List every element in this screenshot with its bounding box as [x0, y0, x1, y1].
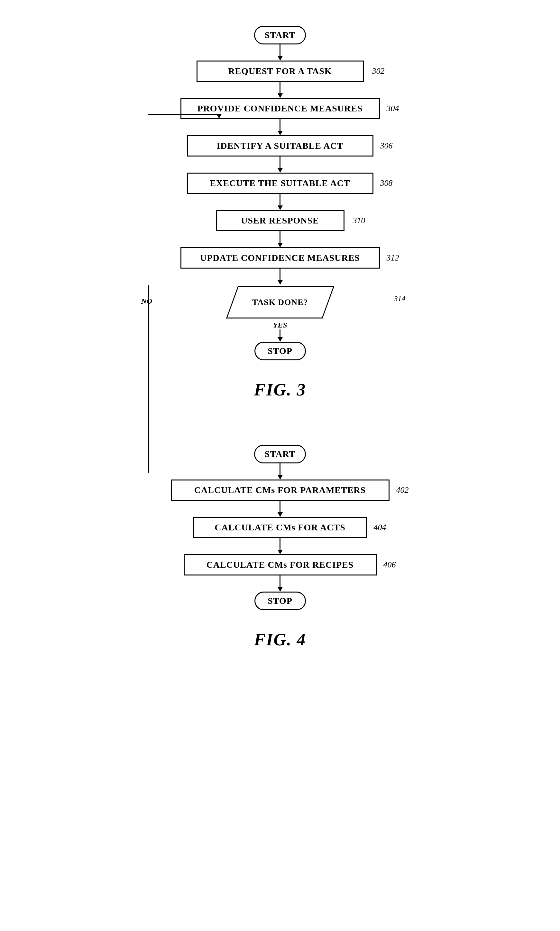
fig3-no-label: NO [141, 297, 152, 306]
fig4-stop-node: STOP [254, 591, 306, 610]
fig3-provide-node: PROVIDE CONFIDENCE MEASURES [180, 98, 380, 119]
page-container: START REQUEST FOR A TASK 302 PROVIDE CON… [0, 0, 560, 650]
fig3-userresponse-row: USER RESPONSE 310 [135, 210, 425, 231]
fig3-request-node: REQUEST FOR A TASK [197, 60, 364, 82]
fig4-label-402: 402 [396, 485, 409, 495]
arrow-3 [278, 119, 283, 135]
fig4-params-node: CALCULATE CMs FOR PARAMETERS [171, 480, 389, 501]
fig4-arrow-3 [278, 538, 283, 554]
fig4-start-node: START [254, 445, 306, 463]
fig3-diamond-shape: TASK DONE? [226, 286, 334, 318]
fig3-userresponse-node: USER RESPONSE [216, 210, 345, 231]
fig3-label-312: 312 [387, 253, 399, 263]
fig4-label-406: 406 [383, 560, 396, 570]
fig3-start-node: START [254, 26, 306, 45]
fig3-identify-node: IDENTIFY A SUITABLE ACT [187, 135, 374, 156]
arrow-7 [278, 269, 283, 285]
fig4-start-row: START [0, 445, 560, 463]
fig3-taskdone-section: NO TASK DONE? 314 YES [135, 285, 425, 360]
arrow-4 [278, 156, 283, 173]
fig4-recipes-node: CALCULATE CMs FOR RECIPES [184, 554, 377, 576]
fig4-arrow-2 [278, 501, 283, 517]
fig4-params-row: CALCULATE CMs FOR PARAMETERS 402 [0, 480, 560, 501]
fig4-recipes-row: CALCULATE CMs FOR RECIPES 406 [0, 554, 560, 576]
loop-top-horizontal [148, 114, 219, 115]
fig3-yes-label: YES [273, 321, 287, 329]
fig3-update-node: UPDATE CONFIDENCE MEASURES [180, 247, 380, 269]
arrow-6 [278, 231, 283, 247]
fig4-diagram: START CALCULATE CMs FOR PARAMETERS 402 C… [0, 425, 560, 650]
fig3-update-row: UPDATE CONFIDENCE MEASURES 312 [135, 247, 425, 269]
fig3-start-row: START [0, 26, 560, 45]
fig3-execute-node: EXECUTE THE SUITABLE ACT [187, 173, 374, 194]
fig3-label-304: 304 [387, 104, 399, 113]
fig4-stop-row: STOP [0, 591, 560, 610]
loop-left-top [148, 285, 149, 303]
fig3-provide-row: PROVIDE CONFIDENCE MEASURES 304 [0, 98, 560, 119]
fig3-label-310: 310 [353, 216, 365, 225]
fig3-request-row: REQUEST FOR A TASK 302 [0, 60, 560, 82]
fig4-acts-row: CALCULATE CMs FOR ACTS 404 [0, 517, 560, 538]
fig4-acts-node: CALCULATE CMs FOR ACTS [193, 517, 367, 538]
fig3-taskdone-text: TASK DONE? [252, 298, 308, 307]
fig3-loop: IDENTIFY A SUITABLE ACT 306 EXECUTE THE … [135, 135, 425, 360]
fig3-label-302: 302 [372, 66, 385, 76]
fig3-identify-row: IDENTIFY A SUITABLE ACT 306 [135, 135, 425, 156]
fig4-arrow-4 [278, 576, 283, 591]
fig3-title: FIG. 3 [254, 380, 306, 400]
fig4-arrow-1 [278, 463, 283, 480]
fig3-stop-node: STOP [254, 342, 306, 360]
arrow-5 [278, 194, 283, 210]
fig3-label-314: 314 [394, 294, 406, 303]
fig4-title: FIG. 4 [254, 630, 306, 650]
fig3-diagram: START REQUEST FOR A TASK 302 PROVIDE CON… [0, 13, 560, 400]
fig3-label-308: 308 [380, 178, 393, 188]
arrow-1 [278, 45, 283, 60]
fig3-execute-row: EXECUTE THE SUITABLE ACT 308 [135, 173, 425, 194]
fig3-label-306: 306 [380, 141, 393, 151]
fig3-taskdone-diamond: TASK DONE? [226, 285, 335, 320]
loop-arrow-head [217, 114, 222, 119]
fig4-label-404: 404 [374, 523, 386, 532]
arrow-8 [278, 329, 283, 342]
arrow-2 [278, 82, 283, 98]
